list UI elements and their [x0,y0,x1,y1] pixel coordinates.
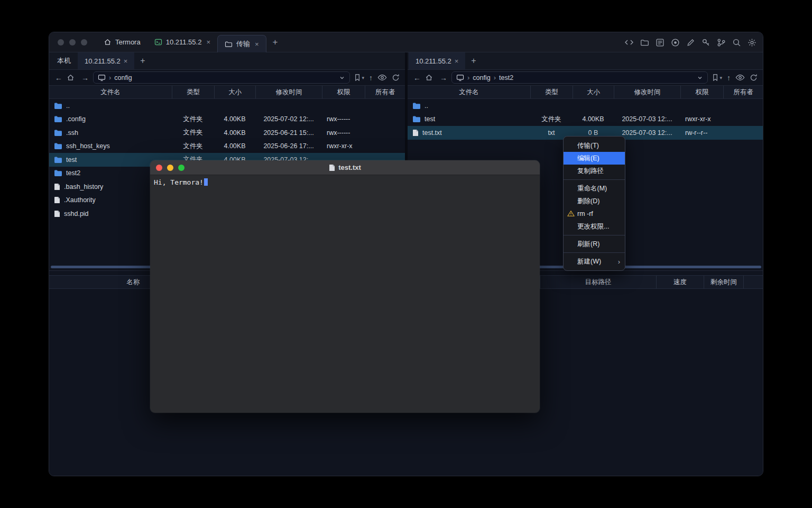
zoom-window-button[interactable] [81,39,87,46]
tab-remote-host[interactable]: 10.211.55.2 × [409,52,465,69]
new-tab-button[interactable]: + [465,52,482,69]
menu-item-rename[interactable]: 重命名(M) [564,182,625,195]
menu-item-copy-path[interactable]: 复制路径 [564,165,625,177]
column-header-owner[interactable]: 所有者 [365,86,405,98]
column-header-size[interactable]: 大小 [214,86,255,98]
tab-local[interactable]: 本机 [50,52,78,69]
column-header-perms[interactable]: 权限 [322,86,365,98]
gear-icon[interactable] [748,38,756,47]
log-icon[interactable] [656,38,665,47]
file-name: .. [66,102,70,110]
minimize-window-button[interactable] [167,165,173,171]
home-button[interactable] [67,74,77,81]
zoom-window-button[interactable] [178,165,184,171]
file-row[interactable]: .config 文件夹 4.00KB 2025-07-02 12:... rwx… [49,113,405,126]
termora-window: Termora 10.211.55.2 × 传输 × + [49,32,763,476]
column-header-modified[interactable]: 修改时间 [255,86,322,98]
column-header-name[interactable]: 文件名 [408,86,530,98]
file-row[interactable]: .. [49,99,405,113]
file-row[interactable]: .. [408,99,763,113]
close-icon[interactable]: × [255,40,259,48]
context-menu: 传输(T) 编辑(E) 复制路径 重命名(M) 删除(D) rm -rf 更改权… [563,136,625,271]
menu-item-change-permissions[interactable]: 更改权限... [564,220,625,233]
tab-termora[interactable]: Termora [97,32,147,52]
file-name: test [425,115,435,123]
tab-label: 10.211.55.2 [85,57,121,65]
show-hidden-button[interactable] [376,74,388,81]
editor-titlebar[interactable]: test.txt [150,160,540,175]
close-window-button[interactable] [156,165,162,171]
branch-icon[interactable] [717,38,726,47]
menu-item-label: rm -rf [577,210,593,217]
menu-item-new[interactable]: 新建(W) › [564,255,625,268]
file-row[interactable]: test 文件夹 4.00KB 2025-07-03 12:... rwxr-x… [408,113,763,126]
refresh-button[interactable] [391,74,401,81]
record-icon[interactable] [671,38,680,47]
code-icon[interactable] [624,38,634,47]
file-permissions: rwx------ [322,113,365,126]
search-icon[interactable] [732,38,741,47]
path-segment[interactable]: config [114,74,132,81]
menu-item-refresh[interactable]: 刷新(R) [564,238,625,250]
home-icon [104,38,112,46]
folder-icon [54,142,62,150]
bookmark-button[interactable]: ▾ [353,74,365,81]
new-tab-button[interactable]: + [134,52,151,69]
file-name: .ssh [66,129,78,137]
column-header-modified[interactable]: 修改时间 [614,86,680,98]
tab-remote-host[interactable]: 10.211.55.2 × [78,52,134,69]
chevron-down-icon[interactable] [339,75,345,81]
parent-directory-button[interactable]: ↑ [368,74,374,82]
file-name: .Xauthority [64,196,96,204]
minimize-window-button[interactable] [69,39,76,46]
chevron-down-icon: ▾ [719,75,722,80]
tab-label: 传输 [236,39,250,49]
close-icon[interactable]: × [206,38,210,46]
pencil-icon[interactable] [686,38,695,47]
chevron-down-icon[interactable] [697,75,703,81]
parent-directory-button[interactable]: ↑ [726,74,732,82]
menu-item-rm-rf[interactable]: rm -rf [564,207,625,220]
refresh-button[interactable] [749,74,759,81]
menu-item-transfer[interactable]: 传输(T) [564,139,625,152]
path-segment[interactable]: test2 [499,74,513,81]
forward-button[interactable]: → [80,74,90,82]
back-button[interactable]: ← [53,74,64,82]
file-row[interactable]: .ssh 文件夹 4.00KB 2025-06-21 15:... rwx---… [49,126,405,140]
back-button[interactable]: ← [412,74,422,82]
close-window-button[interactable] [58,39,64,46]
column-header-name[interactable]: 文件名 [49,86,172,98]
path-bar[interactable]: › config › test2 [451,71,708,84]
column-header-perms[interactable]: 权限 [680,86,723,98]
folder-icon [54,156,62,164]
folder-icon [54,129,62,137]
column-header-type[interactable]: 类型 [530,86,573,98]
column-header-type[interactable]: 类型 [172,86,214,98]
path-bar[interactable]: › config [93,71,350,84]
file-row[interactable]: ssh_host_keys 文件夹 4.00KB 2025-06-26 17:.… [49,140,405,153]
key-icon[interactable] [702,38,710,47]
close-icon[interactable]: × [455,57,459,65]
folder-icon[interactable] [640,38,649,47]
bookmark-button[interactable]: ▾ [710,74,723,81]
close-icon[interactable]: × [124,57,128,65]
menu-separator [564,252,625,253]
editor-title-text: test.txt [338,164,361,171]
show-hidden-button[interactable] [734,74,746,81]
column-header-destination: 目标路径 [540,276,656,288]
forward-button[interactable]: → [438,74,449,82]
file-size: 4.00KB [573,113,614,126]
column-header-owner[interactable]: 所有者 [723,86,763,98]
tab-host[interactable]: 10.211.55.2 × [147,32,217,52]
editor-content[interactable]: Hi, Termora! [150,175,540,412]
home-button[interactable] [425,74,436,81]
tab-transfer[interactable]: 传输 × [217,35,266,52]
file-owner [723,99,763,113]
tab-label: 本机 [57,56,71,66]
column-header-size[interactable]: 大小 [573,86,614,98]
path-segment[interactable]: config [473,74,490,81]
menu-item-delete[interactable]: 删除(D) [564,195,625,207]
menu-item-edit[interactable]: 编辑(E) [564,152,625,165]
new-tab-button[interactable]: + [266,37,284,48]
file-size [573,99,614,113]
